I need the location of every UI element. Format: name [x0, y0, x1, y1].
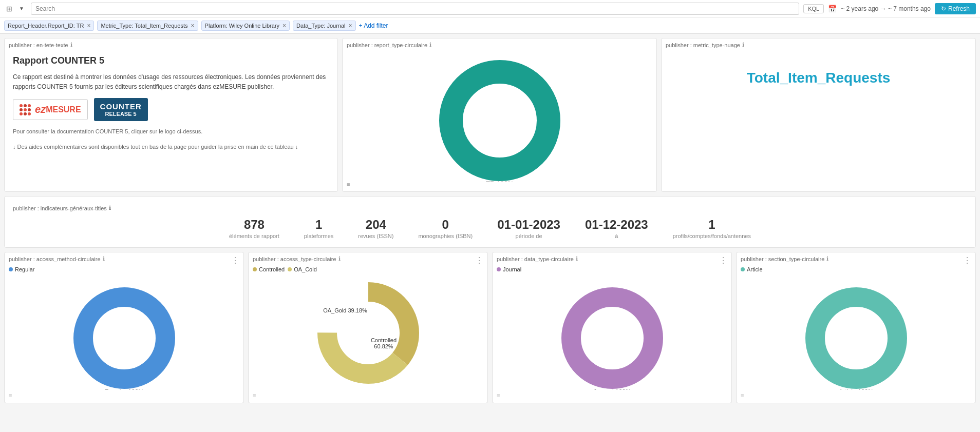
- refresh-button[interactable]: ↻ Refresh: [935, 3, 976, 14]
- text-panel-info-icon[interactable]: ℹ: [70, 42, 72, 48]
- stat-label-3: monographies (ISBN): [418, 233, 473, 239]
- mesure-text: MESURE: [46, 105, 81, 114]
- add-filter-button[interactable]: + Add filter: [359, 22, 388, 29]
- section-type-legend: Article: [737, 263, 975, 273]
- data-type-legend: Journal: [493, 263, 731, 273]
- stat-value-1: 1: [304, 218, 333, 232]
- counter-text: COUNTER: [100, 102, 142, 111]
- filter-close-0[interactable]: ×: [87, 22, 90, 29]
- refresh-icon: ↻: [941, 5, 946, 12]
- legend-regular: Regular: [9, 266, 35, 272]
- text-panel-desc: Ce rapport est destiné à montrer les don…: [13, 72, 329, 92]
- svg-point-4: [103, 317, 146, 360]
- stats-row: publisher : indicateurs-généraux-titles …: [4, 196, 976, 248]
- legend-controlled: Controlled: [253, 266, 285, 272]
- access-type-legend: Controlled OA_Cold: [249, 263, 487, 273]
- access-method-footer: ≡: [9, 392, 12, 399]
- legend-journal: Journal: [497, 266, 521, 272]
- grid-menu-icon[interactable]: ⊞: [4, 4, 14, 14]
- text-panel-heading: Rapport COUNTER 5: [13, 55, 329, 66]
- calendar-icon[interactable]: 📅: [828, 5, 837, 13]
- svg-point-16: [835, 317, 878, 360]
- text-panel-title: publisher : en-tete-texte ℹ: [5, 38, 337, 49]
- stat-1: 1 plateformes: [304, 218, 333, 239]
- svg-text:Controlled: Controlled: [370, 337, 396, 343]
- stat-label-0: éléments de rapport: [229, 233, 279, 239]
- search-input[interactable]: [31, 3, 799, 15]
- bottom-row: publisher : access_method-circulaire ℹ R…: [4, 252, 976, 403]
- panel-footer-icon: ≡: [347, 181, 350, 187]
- legend-dot-article: [741, 267, 745, 271]
- time-range: ~ 2 years ago → ~ 7 months ago: [841, 5, 931, 12]
- svg-text:Article 100%: Article 100%: [839, 388, 874, 389]
- filter-chip-3[interactable]: Data_Type: Journal ×: [293, 21, 355, 31]
- ezmesure-logo[interactable]: ez MESURE: [13, 99, 88, 120]
- filter-close-2[interactable]: ×: [282, 22, 286, 29]
- stat-label-2: revues (ISSN): [358, 233, 393, 239]
- access-method-info-icon[interactable]: ℹ: [103, 256, 105, 262]
- svg-text:OA_Gold 39.18%: OA_Gold 39.18%: [323, 307, 367, 313]
- access-type-info-icon[interactable]: ℹ: [338, 256, 341, 262]
- access-method-title: publisher : access_method-circulaire ℹ: [5, 252, 243, 263]
- filter-close-3[interactable]: ×: [348, 22, 352, 29]
- access-type-title: publisher : access_type-circulaire ℹ: [249, 252, 487, 263]
- text-panel-note: ↓ Des aides complémentaires sont disponi…: [13, 143, 329, 152]
- legend-dot-regular: [9, 267, 13, 271]
- data-type-info-icon[interactable]: ℹ: [576, 256, 578, 262]
- menu-area: ⊞ ▼: [4, 4, 27, 14]
- kql-button[interactable]: KQL: [803, 4, 824, 13]
- text-panel-hint: Pour consulter la documentation COUNTER …: [13, 127, 329, 136]
- data-type-footer: ≡: [497, 392, 500, 399]
- stats-info-icon[interactable]: ℹ: [109, 205, 111, 211]
- stat-0: 878 éléments de rapport: [229, 218, 279, 239]
- chevron-down-icon[interactable]: ▼: [16, 4, 27, 14]
- stat-value-6: 1: [673, 218, 751, 232]
- report-type-info-icon[interactable]: ℹ: [429, 42, 431, 48]
- stat-value-3: 0: [418, 218, 473, 232]
- section-type-svg: Article 100%: [805, 287, 908, 389]
- stat-6: 1 profils/comptes/fonds/antennes: [673, 218, 751, 239]
- report-type-donut-container: TR 100%: [343, 49, 656, 191]
- stat-label-6: profils/comptes/fonds/antennes: [673, 233, 751, 239]
- legend-dot-oa-cold: [288, 267, 292, 271]
- dots-decoration: [20, 104, 31, 115]
- section-type-footer: ≡: [741, 392, 744, 399]
- filter-chip-2[interactable]: Platform: Wiley Online Library ×: [201, 21, 290, 31]
- data-type-panel: publisher : data_type-circulaire ℹ Journ…: [492, 252, 732, 403]
- access-type-footer: ≡: [253, 392, 256, 399]
- filter-close-1[interactable]: ×: [191, 22, 195, 29]
- text-panel: publisher : en-tete-texte ℹ Rapport COUN…: [4, 38, 338, 192]
- metric-type-info-icon[interactable]: ℹ: [742, 42, 744, 48]
- data-type-donut: Journal 100%: [493, 273, 731, 403]
- filter-chip-0[interactable]: Report_Header.Report_ID: TR ×: [4, 21, 94, 31]
- svg-text:Regular 100%: Regular 100%: [104, 388, 143, 389]
- logos-container: ez MESURE COUNTER RELEASE 5: [13, 98, 329, 121]
- stat-3: 0 monographies (ISBN): [418, 218, 473, 239]
- counter-logo[interactable]: COUNTER RELEASE 5: [94, 98, 148, 121]
- release-text: RELEASE 5: [100, 111, 142, 117]
- data-type-menu-icon[interactable]: ⋮: [719, 256, 727, 265]
- stat-5: 01-12-2023 à: [585, 218, 648, 239]
- filter-chip-1[interactable]: Metric_Type: Total_Item_Requests ×: [97, 21, 198, 31]
- stats-row-title: publisher : indicateurs-généraux-titles …: [13, 205, 967, 211]
- access-type-menu-icon[interactable]: ⋮: [475, 256, 483, 265]
- data-type-title: publisher : data_type-circulaire ℹ: [493, 252, 731, 263]
- filter-bar: Report_Header.Report_ID: TR × Metric_Typ…: [0, 17, 980, 34]
- section-type-panel: publisher : section_type-circulaire ℹ Ar…: [736, 252, 976, 403]
- stat-label-1: plateformes: [304, 233, 333, 239]
- dashboard: publisher : en-tete-texte ℹ Rapport COUN…: [0, 34, 980, 407]
- stat-value-5: 01-12-2023: [585, 218, 648, 232]
- svg-text:Journal 100%: Journal 100%: [593, 388, 631, 389]
- svg-point-1: [474, 95, 525, 146]
- access-type-svg: Controlled 60.82% OA_Gold 39.18%: [317, 282, 420, 395]
- access-method-menu-icon[interactable]: ⋮: [231, 256, 239, 265]
- stat-value-4: 01-01-2023: [497, 218, 560, 232]
- metric-type-cloud-text: Total_Item_Requests: [662, 49, 975, 107]
- data-type-svg: Journal 100%: [561, 287, 664, 389]
- stat-value-2: 204: [358, 218, 393, 232]
- stats-grid: 878 éléments de rapport 1 plateformes 20…: [13, 218, 967, 239]
- section-type-menu-icon[interactable]: ⋮: [963, 256, 971, 265]
- svg-point-13: [591, 317, 634, 360]
- access-method-donut: Regular 100%: [5, 273, 243, 403]
- section-type-info-icon[interactable]: ℹ: [826, 256, 828, 262]
